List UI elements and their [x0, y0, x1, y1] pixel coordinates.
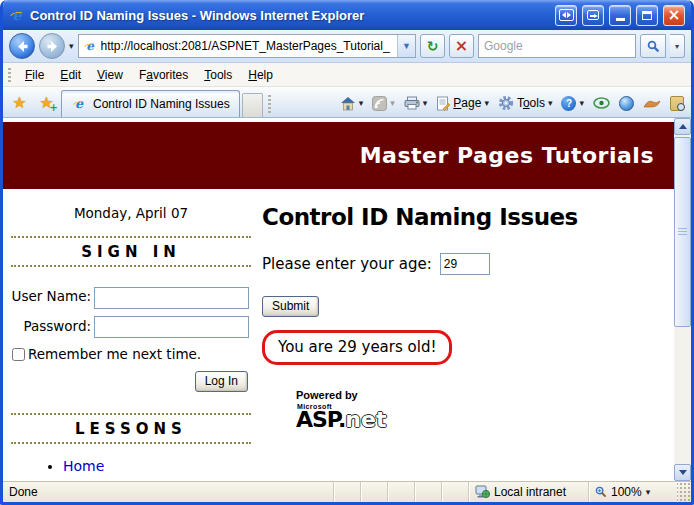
- search-dropdown-button[interactable]: ▾: [670, 34, 685, 58]
- zoom-pane[interactable]: 100% ▾: [589, 482, 677, 502]
- menu-tools[interactable]: Tools: [196, 65, 240, 85]
- minimize-button[interactable]: [609, 5, 631, 26]
- printer-icon: [404, 96, 420, 110]
- divider: [11, 265, 251, 267]
- tools-label: Tools: [517, 96, 545, 110]
- address-toolbar: ▾ e ▼ ↻ × ▾: [3, 30, 691, 63]
- page-icon: e: [83, 40, 97, 52]
- menu-bar: File Edit View Favorites Tools Help: [3, 63, 691, 87]
- submit-button[interactable]: Submit: [262, 296, 319, 317]
- page-viewport: Master Pages Tutorials Monday, April 07 …: [3, 118, 691, 481]
- search-input[interactable]: [484, 39, 630, 53]
- banner-title: Master Pages Tutorials: [360, 143, 654, 168]
- zoom-dropdown[interactable]: ▾: [646, 488, 651, 497]
- refresh-button[interactable]: ↻: [420, 34, 445, 58]
- password-label: Password:: [10, 316, 94, 334]
- status-pane: [334, 482, 361, 502]
- zoom-level-label: 100%: [611, 485, 642, 499]
- new-tab-button[interactable]: [242, 93, 263, 117]
- fox-icon: [643, 97, 661, 109]
- add-favorite-button[interactable]: ★+: [34, 90, 59, 115]
- page-label: Page: [453, 96, 481, 110]
- status-text: Done: [3, 482, 334, 502]
- password-field[interactable]: [94, 316, 249, 338]
- label-part: ols: [530, 96, 545, 110]
- help-dropdown[interactable]: ▾: [579, 99, 584, 108]
- page-menu-button[interactable]: Page ▾: [433, 94, 492, 113]
- age-input[interactable]: [440, 253, 490, 275]
- print-button[interactable]: ▾: [401, 94, 431, 112]
- search-button[interactable]: [640, 34, 666, 58]
- stop-icon: ×: [455, 38, 468, 54]
- home-button[interactable]: ▾: [337, 94, 367, 113]
- sphere-addon-button[interactable]: [616, 94, 637, 113]
- send-icon: [587, 10, 599, 20]
- research-button[interactable]: [667, 94, 687, 113]
- list-item: Home: [63, 458, 259, 474]
- search-icon: [647, 40, 660, 53]
- menu-view[interactable]: View: [89, 65, 131, 85]
- home-link[interactable]: Home: [63, 458, 104, 474]
- label-part: ile: [32, 68, 44, 82]
- page-dropdown[interactable]: ▾: [484, 99, 489, 108]
- login-button[interactable]: Log In: [195, 371, 248, 392]
- fox-addon-button[interactable]: [640, 95, 664, 111]
- scrollbar-track[interactable]: [674, 329, 691, 464]
- send-window-button[interactable]: [582, 5, 604, 26]
- toolbar-grip[interactable]: [8, 68, 11, 82]
- feeds-button[interactable]: ▾: [369, 94, 398, 113]
- scroll-down-button[interactable]: [674, 464, 691, 481]
- browser-window: e Control ID Naming Issues - Windows Int…: [0, 0, 694, 505]
- stop-button[interactable]: ×: [449, 34, 474, 58]
- label-part: a: [146, 68, 153, 82]
- scroll-up-button[interactable]: [674, 118, 691, 135]
- result-annotation-box: You are 29 years old!: [262, 330, 452, 365]
- menu-favorites[interactable]: Favorites: [131, 65, 196, 85]
- menu-file[interactable]: File: [17, 65, 52, 85]
- back-button[interactable]: [9, 33, 35, 59]
- back-arrow-icon: [16, 40, 29, 53]
- ie-logo-icon: e: [9, 8, 25, 22]
- lessons-heading: LESSONS: [3, 415, 259, 442]
- result-text: You are 29 years old!: [278, 338, 436, 356]
- tab-command-bar: ★ ★+ e Control ID Naming Issues ▾ ▾ ▾ Pa…: [3, 87, 691, 118]
- aspnet-logo: Powered by Microsoft ASP.net: [296, 389, 674, 431]
- print-dropdown[interactable]: ▾: [423, 99, 428, 108]
- sphere-icon: [619, 96, 634, 111]
- home-dropdown[interactable]: ▾: [359, 99, 364, 108]
- remember-me-checkbox[interactable]: [12, 348, 25, 361]
- close-button[interactable]: ×: [663, 5, 685, 26]
- address-dropdown-button[interactable]: ▼: [397, 35, 415, 57]
- help-icon: ?: [561, 96, 576, 111]
- scrollbar-thumb[interactable]: [674, 137, 691, 327]
- chevron-down-icon: [679, 470, 687, 475]
- signin-heading: SIGN IN: [3, 238, 259, 265]
- status-pane: [361, 482, 388, 502]
- split-view-button[interactable]: [555, 5, 577, 26]
- tab-label: Control ID Naming Issues: [93, 97, 230, 111]
- tools-menu-button[interactable]: Tools ▾: [495, 93, 556, 113]
- resize-grip[interactable]: [677, 482, 691, 502]
- thumb-grip-icon: [678, 228, 687, 236]
- maximize-button[interactable]: [636, 5, 658, 26]
- main-content: Control ID Naming Issues Please enter yo…: [259, 189, 674, 478]
- tab-control-id-naming-issues[interactable]: e Control ID Naming Issues: [61, 90, 240, 117]
- url-input[interactable]: [101, 39, 394, 53]
- window-title: Control ID Naming Issues - Windows Inter…: [30, 8, 550, 23]
- powered-by-label: Powered by: [296, 389, 674, 401]
- forward-button[interactable]: [39, 33, 65, 59]
- tools-dropdown[interactable]: ▾: [548, 99, 553, 108]
- favorites-center-button[interactable]: ★: [7, 90, 32, 115]
- menu-help[interactable]: Help: [240, 65, 281, 85]
- label-part: dit: [68, 68, 81, 82]
- status-pane: [415, 482, 442, 502]
- messenger-button[interactable]: [590, 95, 613, 111]
- username-field[interactable]: [94, 287, 249, 309]
- recent-pages-dropdown[interactable]: ▾: [69, 42, 74, 51]
- eye-icon: [593, 97, 610, 109]
- menu-edit[interactable]: Edit: [52, 65, 89, 85]
- help-button[interactable]: ? ▾: [558, 94, 587, 113]
- vertical-scrollbar[interactable]: [674, 118, 691, 481]
- label-part: age: [461, 96, 481, 110]
- page-content: Master Pages Tutorials Monday, April 07 …: [3, 118, 674, 481]
